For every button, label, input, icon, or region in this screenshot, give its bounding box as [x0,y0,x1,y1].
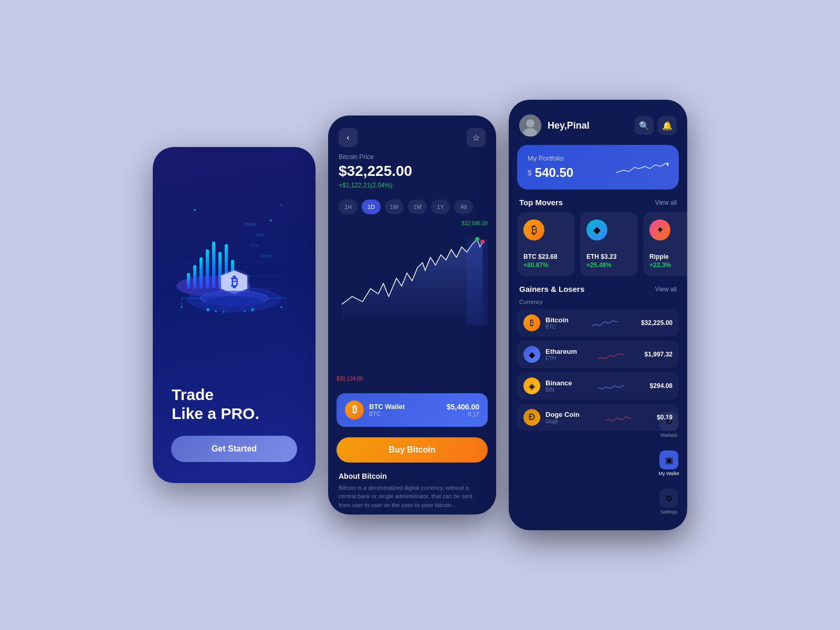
screen3-dashboard: Hey,Pinal 🔍 🔔 My Portfolio $ 540.50 Top … [509,100,687,530]
svg-rect-37 [467,239,488,325]
doge-name: Doge Coin [545,411,580,418]
price-change: +$1,122.21(2.04%) [339,182,486,189]
filter-1d[interactable]: 1D [362,200,381,214]
wallet-icon: ▣ [659,450,678,469]
bin-sym: BIN [545,387,572,393]
price-section: Bitcoin Price $32,225.00 +$1,122.21(2.04… [328,153,496,195]
doge-currency-icon: Ð [523,409,540,426]
btc-currency-info: Bitcoin BTC [545,316,569,330]
time-filters: 1H 1D 1W 1M 1Y All [328,195,496,220]
svg-point-34 [281,204,282,206]
currency-left-eth: ◆ Ethareum ETH [523,346,577,363]
bin-currency-info: Binance BIN [545,379,572,393]
dollar-icon: $ [528,169,532,177]
chart-high-label: $32,586.00 [461,220,488,226]
right-nav: ↻ Markets ▣ My Wallet ⚙ Settings [650,100,687,530]
svg-point-32 [194,209,196,211]
chart-low-label: $30,124.00 [337,376,363,382]
eth-name: Ethareum [545,348,577,355]
title-line2: Like a PRO. [172,405,259,422]
btc-mover-icon: ₿ [523,219,544,240]
svg-text:01010: 01010 [245,222,257,227]
wallet-amount: $5,406.00 [447,403,479,411]
eth-currency-icon: ◆ [523,346,540,363]
svg-point-29 [223,311,225,313]
btc-sym: BTC [545,324,569,330]
filter-all[interactable]: All [454,200,473,214]
doge-currency-info: Doge Coin Doge [545,411,580,424]
portfolio-label: My Portfolio [528,154,573,162]
svg-text:1001: 1001 [255,233,265,237]
nav-markets[interactable]: ↻ Markets [652,407,686,443]
svg-point-33 [270,219,272,222]
svg-point-28 [215,310,217,312]
wallet-btc: 0.17 [447,411,479,417]
currency-left-btc: ₿ Bitcoin BTC [523,314,569,331]
wallet-card: ₿ BTC Wallet BTC $5,406.00 0.17 [337,393,488,427]
hero-illustration: 01010 1001 0110 10010 ₿ [153,147,316,368]
portfolio-value: 540.50 [535,165,573,180]
svg-point-26 [280,306,282,308]
svg-point-25 [181,306,183,308]
nav-settings[interactable]: ⚙ Settings [652,484,686,520]
filter-1m[interactable]: 1M [408,200,427,214]
user-info: Hey,Pinal [519,114,590,136]
markets-label: Markets [660,433,677,438]
btc-currency-icon: ₿ [523,314,540,331]
doge-sparkline [605,411,631,424]
eth-mover-price: ETH $3.23 [586,253,616,260]
screen2-price: ‹ ☆ Bitcoin Price $32,225.00 +$1,122.21(… [328,116,496,514]
mover-eth[interactable]: ◆ ETH $3.23 +25.48% [580,212,638,276]
title-line1: Trade [172,386,214,403]
avatar [519,114,541,136]
price-value: $32,225.00 [339,163,486,180]
svg-point-31 [251,308,254,311]
currency-left-doge: Ð Doge Coin Doge [523,409,580,426]
screen1-splash: 01010 1001 0110 10010 ₿ [153,147,316,483]
price-label: Bitcoin Price [339,153,486,161]
greeting: Hey,Pinal [548,120,590,131]
filter-1h[interactable]: 1H [339,200,358,214]
bookmark-button[interactable]: ☆ [467,128,486,147]
svg-point-39 [526,119,534,128]
eth-mover-icon: ◆ [586,219,607,240]
btc-icon: ₿ [345,401,364,419]
eth-sparkline [597,348,624,361]
btc-mover-price: BTC $23.68 [523,253,558,260]
chart-area: $32,586.00 $30,124.00 [337,220,488,387]
wallet-info: BTC Wallet BTC [369,403,405,417]
mover-btc[interactable]: ₿ BTC $23.68 +80.87% [517,212,575,276]
filter-1w[interactable]: 1W [385,200,404,214]
nav-wallet[interactable]: ▣ My Wallet [652,445,686,481]
eth-currency-info: Ethareum ETH [545,348,577,361]
screen1-text: Trade Like a PRO. [153,385,259,423]
wallet-name: BTC Wallet [369,403,405,411]
svg-point-21 [205,296,263,309]
wallet-label: My Wallet [658,471,679,476]
back-button[interactable]: ‹ [339,128,358,147]
currency-left-bin: ◈ Binance BIN [523,377,572,394]
filter-1y[interactable]: 1Y [431,200,450,214]
screen2-header: ‹ ☆ [328,116,496,153]
svg-text:₿: ₿ [231,274,238,290]
price-chart [337,220,488,326]
settings-label: Settings [660,509,678,514]
btc-mover-change: +80.87% [523,261,549,269]
currency-col: Currency [519,299,543,305]
about-title: About Bitcoin [339,472,486,480]
hero-svg: 01010 1001 0110 10010 ₿ [166,184,302,331]
btc-name: Bitcoin [545,316,569,324]
settings-icon: ⚙ [659,489,678,508]
screen1-title: Trade Like a PRO. [172,385,259,423]
buy-bitcoin-button[interactable]: Buy Bitcoin [337,437,488,463]
gainers-title: Gainers & Losers [519,285,584,293]
about-text: Bitcoin is a decentralized digital curre… [339,484,486,510]
svg-text:10010: 10010 [260,254,272,258]
svg-text:0110: 0110 [250,244,258,247]
screens-container: 01010 1001 0110 10010 ₿ [153,100,687,530]
eth-mover-change: +25.48% [586,261,612,269]
doge-sym: Doge [545,418,580,424]
about-section: About Bitcoin Bitcoin is a decentralized… [328,467,496,515]
wallet-symbol: BTC [369,411,405,417]
get-started-button[interactable]: Get Started [171,436,297,462]
